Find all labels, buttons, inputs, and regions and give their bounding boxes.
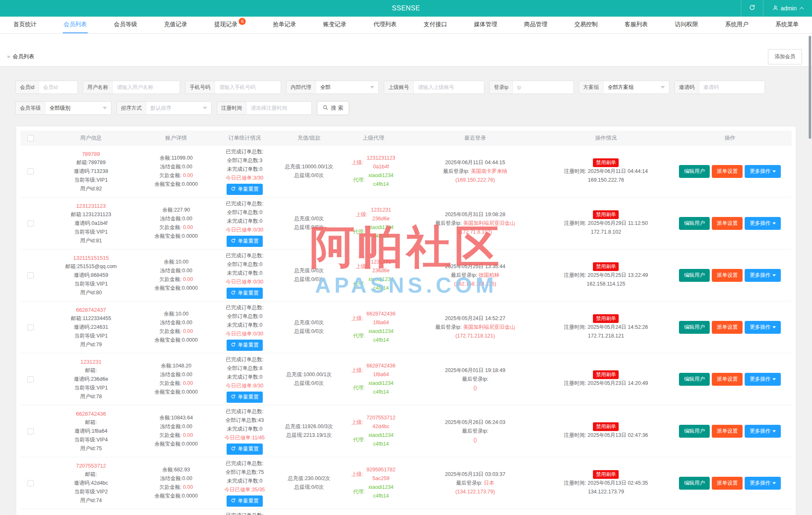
dispatch-settings-button[interactable]: 派单设置 [712,217,743,230]
agent-cell: 上级: 1231231236d6e 代理: xiaodi1234c4fb14 [340,206,407,241]
edit-user-button[interactable]: 编辑用户 [679,373,710,386]
filter-input[interactable] [513,81,573,94]
status-badge: 禁用刷单 [593,422,619,431]
filter-input[interactable] [247,102,311,114]
row-checkbox[interactable] [27,480,34,486]
user-info-cell: 1231231123 邮箱:1231231123 邀请码:0a1b4f 当前等级… [41,202,141,245]
more-actions-button[interactable]: 更多操作 [745,165,781,178]
filter-input[interactable] [699,81,765,94]
dispatch-settings-button[interactable]: 派单设置 [712,477,743,490]
row-checkbox[interactable] [27,220,34,227]
nav-tab[interactable]: 会员等级 [113,17,138,33]
search-button[interactable]: 搜 索 [317,101,349,115]
edit-user-button[interactable]: 编辑用户 [679,269,710,282]
table-row: 789789 邮箱:789789 邀请码:713238 当前等级:VIP1 用户… [20,145,792,197]
edit-user-button[interactable]: 编辑用户 [679,321,710,334]
nav-tab[interactable]: 会员列表 [63,17,88,33]
refresh-icon [231,342,236,348]
filter-select[interactable]: 默认排序 [146,102,211,114]
row-checkbox[interactable] [27,428,34,434]
recharge-cell: 总充值:0/0次 总提现:0/0次 [278,318,340,336]
recharge-cell: 总充值:1000.00/1次 总提现:0/0次 [278,370,340,388]
chevron-down-icon [773,378,776,380]
more-actions-button[interactable]: 更多操作 [745,477,781,490]
nav-tab[interactable]: 客服列表 [624,17,649,33]
nav-tab[interactable]: 访问权限 [674,17,699,33]
edit-user-button[interactable]: 编辑用户 [679,165,710,178]
more-actions-button[interactable]: 更多操作 [745,217,781,230]
reset-order-button[interactable]: 单量重置 [227,444,263,455]
row-checkbox[interactable] [27,168,34,175]
filter-row-1: 会员id 用户名称 手机号码 内部代理 全部 上级账号 登录ip 方案组 全部方… [15,81,802,94]
more-actions-button[interactable]: 更多操作 [745,425,781,438]
dispatch-settings-button[interactable]: 派单设置 [712,269,743,282]
reset-order-button[interactable]: 单量重置 [227,495,263,507]
edit-user-button[interactable]: 编辑用户 [679,425,710,438]
add-member-button[interactable]: 添加会员 [768,49,802,64]
status-badge: 禁用刷单 [593,158,619,167]
dispatch-settings-button[interactable]: 派单设置 [712,373,743,386]
chevron-down-icon [203,107,207,109]
search-icon [323,105,328,112]
row-checkbox[interactable] [27,324,34,330]
filter-group: 手机号码 [185,81,281,94]
reset-order-button[interactable]: 单量重置 [227,340,263,351]
agent-cell: 上级: 66287424361f8a64 代理: xiaodi1234c4fb1… [340,362,407,397]
row-checkbox[interactable] [27,272,34,278]
filter-input[interactable] [39,81,77,94]
order-stats-cell: 已完成订单总数: 全部订单总数:0 未完成订单数:0 今日已做单:0/30 单量… [212,303,278,351]
filter-input[interactable] [113,81,180,94]
recharge-cell: 总充值:11926.00/3次 总提现:2213.19/1次 [278,422,340,440]
filter-select[interactable]: 全部方案组 [604,81,669,94]
order-stats-cell: 已完成订单总数: 全部订单总数:8 未完成订单数:0 今日已做单:8/30 单量… [212,355,278,403]
nav-tab[interactable]: 代理列表 [373,17,397,33]
username: 1231231123 [41,202,141,210]
account-cell: 余额:1048.20 冻结金额:0.00 欠款金额: 0.00 余额宝金额:0.… [141,362,212,397]
nav-tab[interactable]: 系统用户 [724,17,749,33]
dispatch-settings-button[interactable]: 派单设置 [712,425,743,438]
nav-tab[interactable]: 交易控制 [573,17,598,33]
more-actions-button[interactable]: 更多操作 [745,321,781,334]
nav-tab[interactable]: 系统菜单 [775,17,800,33]
reset-order-button[interactable]: 单量重置 [227,184,263,195]
reset-order-button[interactable]: 单量重置 [227,236,263,247]
account-cell: 余额:682.93 冻结金额:0.00 欠款金额: 0.00 余额宝金额:0.0… [141,466,212,500]
filter-input[interactable] [215,81,281,94]
select-all-checkbox[interactable] [27,135,34,141]
reset-order-button[interactable]: 单量重置 [227,392,263,403]
user-info-cell: 6628742437 邮箱:1122334455 邀请码:224631 当前等级… [41,306,141,349]
more-actions-button[interactable]: 更多操作 [745,373,781,386]
breadcrumb: »会员列表 [7,53,34,60]
nav-tab[interactable]: 首页统计 [12,17,37,33]
dispatch-settings-button[interactable]: 派单设置 [712,165,743,178]
nav-tab[interactable]: 商品管理 [523,17,548,33]
scrollbar-thumb[interactable] [809,36,811,139]
refresh-icon [231,186,236,192]
username: 6628742436 [41,409,141,418]
user-menu[interactable]: admin [763,5,810,12]
refresh-button[interactable] [741,0,763,17]
filter-select[interactable]: 全部 [316,81,378,94]
reset-order-button[interactable]: 单量重置 [227,288,263,299]
dispatch-settings-button[interactable]: 派单设置 [712,321,743,334]
order-stats-cell: 已完成订单总数: 全部订单总数:0 未完成订单数:0 今日已做单:0/30 单量… [212,200,278,247]
agent-cell: 上级: 92959517825ac259 代理: xiaodi1234c4fb1… [340,466,407,500]
nav-tab[interactable]: 媒体管理 [473,17,498,33]
user-icon [773,5,778,12]
edit-user-button[interactable]: 编辑用户 [679,217,710,230]
row-checkbox[interactable] [27,376,34,382]
nav-tab[interactable]: 提现记录6 [213,17,247,33]
filter-select[interactable]: 全部级别 [45,102,111,114]
nav-tab[interactable]: 充值记录 [163,17,188,33]
nav-tab[interactable]: 支付接口 [423,17,448,33]
nav-tab[interactable]: 账变记录 [322,17,347,33]
filter-input[interactable] [414,81,484,94]
breadcrumb-icon: » [7,53,10,59]
account-cell: 余额:10843.64 冻结金额:0.00 欠款金额: 0.00 余额宝金额:0… [141,414,212,448]
filter-group: 方案组 全部方案组 [579,81,669,94]
edit-user-button[interactable]: 编辑用户 [679,477,710,490]
more-actions-button[interactable]: 更多操作 [745,269,781,282]
chevron-down-icon [773,170,776,172]
nav-tab[interactable]: 抢单记录 [272,17,297,33]
filter-group: 上级账号 [384,81,484,94]
